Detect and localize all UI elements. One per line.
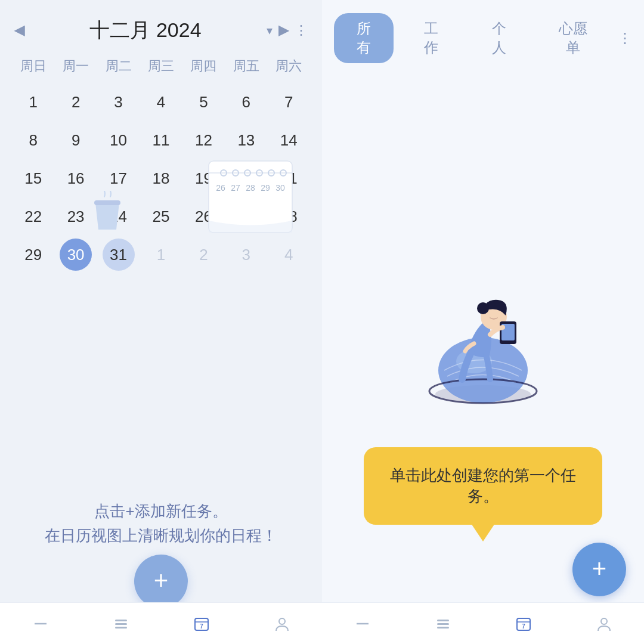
plus-icon: + [154, 568, 169, 593]
svg-rect-31 [437, 620, 449, 621]
calendar-illustration: 26 27 28 29 30 [191, 143, 310, 244]
day-cell-11[interactable]: 11 [145, 124, 177, 156]
filter-more-button[interactable]: ⋮ [618, 30, 632, 47]
left-panel: ◀ 十二月 2024 ▾ ▶ ⋮ 周日 周一 周二 周三 周四 周五 周六 12… [0, 0, 322, 644]
nav-item-calendar[interactable]: 7 [193, 615, 210, 632]
day-cell-9[interactable]: 9 [60, 124, 92, 156]
right-panel: 所有 工作 个人 心愿单 ⋮ [322, 0, 644, 644]
day-cell-4[interactable]: 4 [145, 86, 177, 118]
plus-icon-right: + [592, 556, 607, 581]
day-cell-17[interactable]: 17 [103, 162, 135, 194]
nav-item-calendar-right[interactable]: 7 [515, 615, 532, 632]
day-cell-16[interactable]: 16 [60, 162, 92, 194]
svg-rect-33 [437, 627, 449, 628]
weekday-fri: 周五 [225, 54, 267, 79]
filter-tab-personal[interactable]: 个人 [469, 13, 529, 63]
day-cell-29[interactable]: 29 [17, 239, 49, 271]
svg-point-21 [279, 618, 285, 624]
svg-rect-15 [115, 620, 127, 621]
day-cell-5[interactable]: 5 [187, 86, 219, 118]
day-cell-30[interactable]: 30 [60, 239, 92, 271]
empty-state-line1: 点击+添加新任务。 [0, 499, 322, 524]
svg-point-37 [601, 618, 607, 624]
calendar-header: ◀ 十二月 2024 ▾ ▶ ⋮ [0, 0, 322, 54]
tooltip-text: 单击此处创建您的第一个任务。 [390, 466, 576, 505]
svg-rect-13 [94, 200, 120, 205]
weekdays-row: 周日 周一 周二 周三 周四 周五 周六 [12, 54, 310, 79]
day-cell-8[interactable]: 8 [17, 124, 49, 156]
nav-item-list[interactable] [113, 615, 129, 632]
bottom-nav-left: 7 [0, 602, 322, 644]
month-year-label: 十二月 2024 [30, 17, 261, 44]
svg-text:28: 28 [246, 183, 255, 193]
weekday-sun: 周日 [12, 54, 54, 79]
svg-text:7: 7 [200, 623, 203, 630]
svg-rect-32 [437, 623, 449, 625]
prev-month-button[interactable]: ◀ [14, 23, 24, 38]
weekday-tue: 周二 [97, 54, 140, 79]
filter-tabs: 所有 工作 个人 心愿单 ⋮ [322, 0, 644, 73]
next-month-button[interactable]: ▶ [278, 23, 289, 38]
svg-rect-17 [115, 627, 127, 628]
day-cell-18[interactable]: 18 [145, 162, 177, 194]
cup-illustration [83, 191, 131, 239]
empty-state-left: 点击+添加新任务。 在日历视图上清晰规划你的日程！ [0, 499, 322, 549]
weekday-sat: 周六 [268, 54, 310, 79]
day-cell-6[interactable]: 6 [230, 86, 262, 118]
svg-text:29: 29 [261, 183, 270, 193]
svg-text:7: 7 [522, 623, 525, 630]
nav-item-list-right[interactable] [435, 615, 451, 632]
weekday-wed: 周三 [140, 54, 182, 79]
day-cell-3[interactable]: 3 [103, 86, 135, 118]
add-task-button-right[interactable]: + [572, 543, 626, 596]
empty-illustration [394, 251, 572, 430]
day-cell-31[interactable]: 31 [103, 239, 135, 271]
day-cell-32[interactable]: 1 [145, 239, 177, 271]
add-task-button-left[interactable]: + [134, 555, 188, 608]
calendar-dropdown-button[interactable]: ▾ [267, 23, 273, 38]
svg-text:26: 26 [216, 183, 225, 193]
nav-item-profile-right[interactable] [596, 615, 612, 632]
svg-rect-16 [115, 623, 127, 625]
empty-state-line2: 在日历视图上清晰规划你的日程！ [0, 524, 322, 549]
create-task-tooltip[interactable]: 单击此处创建您的第一个任务。 [364, 447, 602, 525]
day-cell-10[interactable]: 10 [103, 124, 135, 156]
nav-item-dash-right[interactable] [354, 615, 371, 632]
bottom-nav-right: 7 [322, 602, 644, 644]
day-cell-15[interactable]: 15 [17, 162, 49, 194]
weekday-mon: 周一 [54, 54, 97, 79]
day-cell-22[interactable]: 22 [17, 200, 49, 233]
day-cell-2[interactable]: 2 [60, 86, 92, 118]
svg-point-27 [477, 302, 489, 314]
nav-item-dash[interactable] [32, 615, 49, 632]
day-cell-25[interactable]: 25 [145, 200, 177, 233]
svg-text:27: 27 [231, 183, 240, 193]
calendar-more-button[interactable]: ⋮ [295, 23, 308, 38]
filter-tab-all[interactable]: 所有 [334, 13, 394, 63]
svg-text:30: 30 [275, 183, 285, 193]
nav-item-profile[interactable] [274, 615, 290, 632]
day-cell-7[interactable]: 7 [273, 86, 305, 118]
day-cell-1[interactable]: 1 [17, 86, 49, 118]
filter-tab-work[interactable]: 工作 [402, 13, 462, 63]
weekday-thu: 周四 [182, 54, 225, 79]
filter-tab-wishlist[interactable]: 心愿单 [537, 13, 609, 63]
